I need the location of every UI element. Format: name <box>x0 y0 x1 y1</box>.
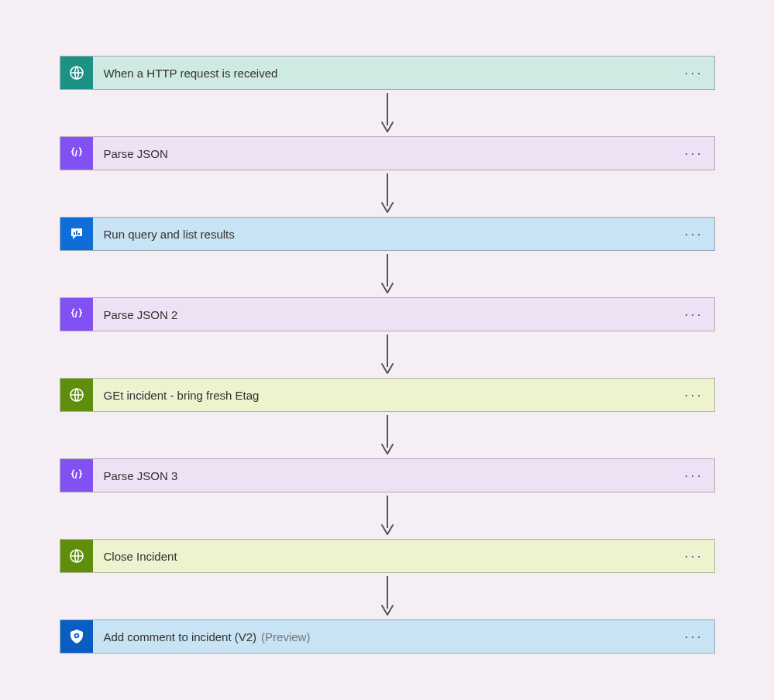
globe-icon <box>68 547 85 564</box>
step-label-text: When a HTTP request is received <box>104 67 278 80</box>
step-label: When a HTTP request is received <box>93 67 674 80</box>
flow-step[interactable]: Parse JSON 3··· <box>60 458 715 492</box>
flow-step[interactable]: Run query and list results··· <box>60 217 715 251</box>
flow-step[interactable]: Parse JSON 2··· <box>60 297 715 331</box>
more-menu-button[interactable]: ··· <box>673 146 714 160</box>
query-icon <box>68 225 85 242</box>
step-icon-slot <box>60 540 93 572</box>
step-label-text: Add comment to incident (V2) <box>104 630 257 643</box>
step-label-text: Close Incident <box>104 550 177 563</box>
step-icon-slot <box>60 218 93 250</box>
more-menu-button[interactable]: ··· <box>673 307 714 321</box>
step-icon-slot <box>60 379 93 411</box>
step-label: Close Incident <box>93 550 674 563</box>
step-icon-slot <box>60 137 93 170</box>
flow-step[interactable]: GEt incident - bring fresh Etag··· <box>60 378 715 412</box>
flow-step[interactable]: Parse JSON··· <box>60 136 715 170</box>
step-label: Run query and list results <box>93 228 674 241</box>
step-label-text: Parse JSON <box>104 147 168 160</box>
flow-step[interactable]: Add comment to incident (V2)(Preview)··· <box>60 619 715 654</box>
json-icon <box>68 306 85 323</box>
flow-arrow <box>378 251 397 297</box>
step-icon-slot <box>60 620 93 653</box>
step-label-text: GEt incident - bring fresh Etag <box>104 389 260 402</box>
flow-column: When a HTTP request is received···Parse … <box>0 56 774 654</box>
more-menu-button[interactable]: ··· <box>673 66 714 80</box>
flow-step[interactable]: When a HTTP request is received··· <box>60 56 715 90</box>
step-label: GEt incident - bring fresh Etag <box>93 389 674 402</box>
flow-arrow <box>378 170 397 217</box>
globe-icon <box>68 386 85 403</box>
more-menu-button[interactable]: ··· <box>673 388 714 402</box>
globe-icon <box>68 64 85 81</box>
flow-arrow <box>378 90 397 136</box>
more-menu-button[interactable]: ··· <box>673 227 714 241</box>
flow-canvas: When a HTTP request is received···Parse … <box>0 0 774 700</box>
step-suffix: (Preview) <box>256 630 310 643</box>
json-icon <box>68 467 85 484</box>
step-icon-slot <box>60 57 93 89</box>
more-menu-button[interactable]: ··· <box>673 549 714 563</box>
step-label: Parse JSON 2 <box>93 308 674 321</box>
more-menu-button[interactable]: ··· <box>673 630 714 643</box>
step-label-text: Parse JSON 3 <box>104 469 178 482</box>
shield-icon <box>68 628 85 645</box>
step-label-text: Run query and list results <box>104 228 235 241</box>
flow-step[interactable]: Close Incident··· <box>60 539 715 573</box>
step-label: Parse JSON 3 <box>93 469 674 482</box>
step-label-text: Parse JSON 2 <box>104 308 178 321</box>
more-menu-button[interactable]: ··· <box>673 468 714 482</box>
step-icon-slot <box>60 298 93 331</box>
step-label: Parse JSON <box>93 147 674 160</box>
flow-arrow <box>378 331 397 378</box>
step-icon-slot <box>60 459 93 492</box>
json-icon <box>68 145 85 162</box>
flow-arrow <box>378 412 397 458</box>
step-label: Add comment to incident (V2)(Preview) <box>93 630 674 643</box>
flow-arrow <box>378 573 397 619</box>
flow-arrow <box>378 492 397 539</box>
